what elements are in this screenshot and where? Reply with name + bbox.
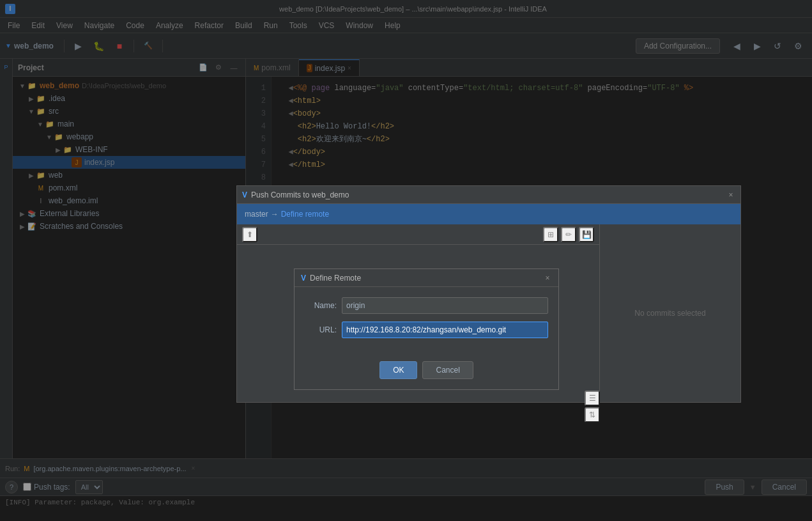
push-dialog-title: Push Commits to web_demo — [251, 191, 485, 199]
push-side-toolbar: ☰ ⇅ — [585, 391, 600, 423]
push-right-panel: No commits selected — [600, 224, 740, 402]
dr-name-label: Name: — [305, 301, 337, 310]
define-remote-buttons: OK Cancel — [295, 356, 558, 389]
define-remote-body: Name: URL: — [295, 287, 558, 356]
dr-name-row: Name: — [305, 297, 548, 314]
push-toolbar: ⬆ ⊞ ✏ 💾 — [237, 224, 599, 245]
no-commits-label: No commits selected — [634, 309, 705, 318]
push-dialog-close-btn[interactable]: × — [726, 191, 735, 199]
define-remote-title: Define Remote — [310, 274, 423, 283]
push-tool-save-btn[interactable]: 💾 — [579, 227, 594, 242]
push-tool-edit-btn[interactable]: ✏ — [561, 227, 576, 242]
push-tool-grid-btn[interactable]: ⊞ — [543, 227, 558, 242]
push-dialog-icon: V — [242, 191, 247, 199]
dr-url-label: URL: — [305, 325, 337, 334]
push-dialog-header: V Push Commits to web_demo × — [237, 186, 740, 204]
define-remote-dialog: V Define Remote × Name: URL: OK Cancel — [294, 268, 559, 390]
dr-icon: V — [301, 274, 306, 283]
branch-arrow: → — [271, 210, 279, 219]
push-tool-btn-1[interactable]: ⬆ — [242, 227, 257, 242]
define-remote-close-btn[interactable]: × — [543, 274, 552, 283]
define-remote-cancel-button[interactable]: Cancel — [422, 361, 473, 379]
push-toolbar-left: ⬆ — [242, 227, 257, 242]
dr-name-input[interactable] — [342, 297, 548, 314]
dr-url-input[interactable] — [342, 322, 548, 338]
push-collapse-btn[interactable]: ☰ — [585, 391, 600, 406]
push-expand-btn[interactable]: ⇅ — [585, 407, 600, 423]
push-toolbar-right: ⊞ ✏ 💾 — [543, 227, 594, 242]
branch-name: master — [245, 210, 268, 219]
push-branch-bar: master → Define remote — [237, 204, 740, 224]
define-remote-ok-button[interactable]: OK — [379, 361, 417, 379]
define-remote-header: V Define Remote × — [295, 269, 558, 287]
define-remote-link[interactable]: Define remote — [281, 210, 329, 219]
dr-url-row: URL: — [305, 322, 548, 338]
